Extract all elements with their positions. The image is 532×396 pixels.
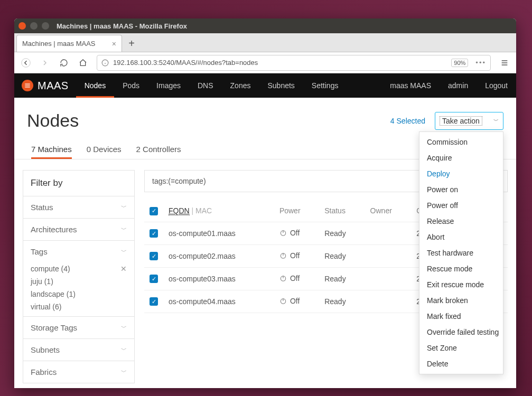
action-acquire[interactable]: Acquire (419, 150, 503, 166)
filter-group-storage-tags[interactable]: Storage Tags﹀ (23, 316, 134, 338)
filter-tag[interactable]: virtual (6) (31, 303, 127, 311)
zoom-level[interactable]: 90% (451, 59, 468, 67)
page-tab-0-devices[interactable]: 0 Devices (87, 139, 122, 159)
cell-fqdn[interactable]: os-compute03.maas (163, 267, 274, 290)
cell-owner (365, 290, 412, 313)
cell-fqdn[interactable]: os-compute01.maas (163, 222, 274, 244)
window-close-button[interactable] (18, 22, 26, 30)
action-deploy[interactable]: Deploy (419, 166, 503, 182)
filter-tag[interactable]: landscape (1) (31, 290, 127, 298)
take-action-label: Take action (440, 116, 482, 126)
filter-group-subnets[interactable]: Subnets﹀ (23, 338, 134, 361)
page-actions-icon[interactable]: ••• (475, 59, 486, 67)
window-title: Machines | maas MAAS - Mozilla Firefox (57, 22, 187, 30)
nav-item-dns[interactable]: DNS (189, 73, 222, 98)
window-maximize-button[interactable] (42, 22, 49, 30)
cell-power: Off (274, 244, 319, 267)
action-test-hardware[interactable]: Test hardware (419, 245, 503, 261)
power-icon (279, 275, 287, 282)
browser-tab-title: Machines | maas MAAS (22, 40, 95, 48)
cell-owner (365, 267, 412, 290)
maas-logo[interactable]: MAAS (14, 73, 76, 98)
power-icon (279, 297, 287, 305)
cell-power: Off (274, 267, 319, 290)
action-set-zone[interactable]: Set Zone (419, 340, 503, 356)
chevron-down-icon: ﹀ (121, 324, 127, 332)
nav-right-admin[interactable]: admin (440, 73, 477, 98)
filter-group-status[interactable]: Status﹀ (23, 196, 134, 218)
new-tab-button[interactable]: + (123, 35, 140, 52)
col-fqdn[interactable]: FQDN | MAC (163, 200, 274, 222)
cell-fqdn[interactable]: os-compute04.maas (163, 290, 274, 313)
firefox-window: Machines | maas MAAS - Mozilla Firefox M… (14, 18, 516, 388)
nav-right-maas-maas[interactable]: maas MAAS (381, 73, 440, 98)
filter-group-tags[interactable]: Tags﹀ (23, 240, 134, 262)
select-all-checkbox[interactable]: ✓ (150, 207, 158, 215)
power-icon (279, 229, 287, 237)
action-mark-broken[interactable]: Mark broken (419, 293, 503, 308)
site-info-icon[interactable] (101, 59, 109, 67)
chevron-down-icon: ﹀ (121, 346, 127, 354)
cell-status: Ready (319, 267, 365, 290)
nav-item-subnets[interactable]: Subnets (259, 73, 303, 98)
page-tab-7-machines[interactable]: 7 Machines (31, 139, 72, 159)
tab-close-icon[interactable]: × (112, 40, 116, 48)
filter-tag[interactable]: compute (4)✕ (31, 265, 127, 273)
page-header: Nodes 4 Selected Take action ﹀ Commissio… (14, 98, 516, 135)
nav-item-nodes[interactable]: Nodes (76, 73, 114, 98)
cell-owner (365, 222, 412, 244)
action-power-on[interactable]: Power on (419, 182, 503, 197)
filter-tag[interactable]: juju (1) (31, 277, 127, 286)
filter-group-architectures[interactable]: Architectures﹀ (23, 218, 134, 240)
action-abort[interactable]: Abort (419, 229, 503, 245)
cell-status: Ready (319, 244, 365, 267)
nav-item-images[interactable]: Images (148, 73, 189, 98)
cell-status: Ready (319, 290, 365, 313)
reload-button[interactable] (55, 54, 72, 71)
cell-status: Ready (319, 222, 365, 244)
take-action-dropdown[interactable]: Take action ﹀ CommissionAcquireDeployPow… (435, 112, 503, 130)
row-checkbox[interactable]: ✓ (150, 275, 158, 283)
url-bar[interactable]: 192.168.100.3:5240/MAAS/#/nodes?tab=node… (97, 55, 491, 71)
browser-tab[interactable]: Machines | maas MAAS × (16, 35, 122, 52)
selected-count: 4 Selected (390, 117, 425, 125)
action-override-failed-testing[interactable]: Override failed testing (419, 324, 503, 340)
cell-power: Off (274, 222, 319, 244)
nav-right-logout[interactable]: Logout (477, 73, 516, 98)
chevron-down-icon: ﹀ (121, 203, 127, 211)
home-button[interactable] (74, 54, 91, 71)
col-power[interactable]: Power (274, 200, 319, 222)
row-checkbox[interactable]: ✓ (150, 297, 158, 306)
nav-item-pods[interactable]: Pods (114, 73, 148, 98)
action-delete[interactable]: Delete (419, 356, 503, 372)
back-button[interactable] (17, 54, 34, 71)
action-power-off[interactable]: Power off (419, 197, 503, 213)
action-rescue-mode[interactable]: Rescue mode (419, 261, 503, 277)
action-release[interactable]: Release (419, 213, 503, 229)
window-titlebar: Machines | maas MAAS - Mozilla Firefox (14, 18, 516, 33)
maas-navbar: MAAS NodesPodsImagesDNSZonesSubnetsSetti… (14, 73, 516, 98)
chevron-down-icon: ﹀ (121, 248, 127, 256)
row-checkbox[interactable]: ✓ (150, 229, 158, 238)
filter-group-fabrics[interactable]: Fabrics﹀ (23, 361, 134, 383)
col-owner[interactable]: Owner (365, 200, 412, 222)
cell-owner (365, 244, 412, 267)
cell-fqdn[interactable]: os-compute02.maas (163, 244, 274, 267)
page-title: Nodes (27, 110, 79, 131)
nav-item-zones[interactable]: Zones (222, 73, 259, 98)
action-commission[interactable]: Commission (419, 134, 503, 150)
row-checkbox[interactable]: ✓ (150, 252, 158, 260)
action-mark-fixed[interactable]: Mark fixed (419, 308, 503, 324)
svg-point-0 (22, 58, 31, 67)
forward-button[interactable] (36, 54, 53, 71)
hamburger-menu-button[interactable] (496, 54, 513, 71)
chevron-down-icon: ﹀ (493, 117, 499, 125)
col-status[interactable]: Status (319, 200, 365, 222)
url-text: 192.168.100.3:5240/MAAS/#/nodes?tab=node… (113, 59, 258, 67)
nav-item-settings[interactable]: Settings (303, 73, 347, 98)
col-mac-label: MAC (195, 206, 212, 215)
action-exit-rescue-mode[interactable]: Exit rescue mode (419, 277, 503, 293)
page-tab-2-controllers[interactable]: 2 Controllers (136, 139, 181, 159)
remove-tag-icon[interactable]: ✕ (120, 265, 127, 273)
window-minimize-button[interactable] (30, 22, 38, 30)
